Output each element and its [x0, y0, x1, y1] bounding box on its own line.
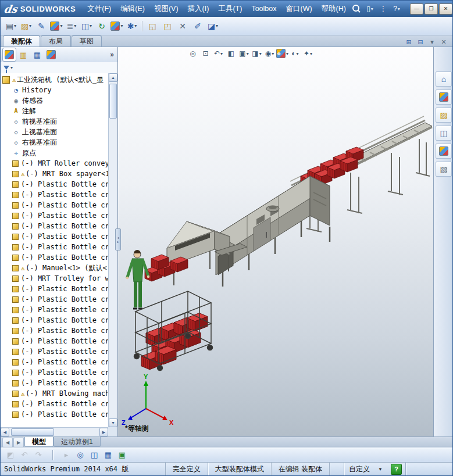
- tree-item[interactable]: ⚠ (-) Plastic Bottle crat: [1, 242, 108, 252]
- filter-caret-icon[interactable]: ▾: [10, 65, 13, 70]
- menu-item[interactable]: 文件(F): [83, 1, 116, 17]
- tree-item[interactable]: ⚠ (-) Plastic Bottle crat: [1, 399, 108, 409]
- tree-item[interactable]: ⚠ (-) Plastic Bottle crat: [1, 200, 108, 210]
- propertymanager-icon[interactable]: ▥: [17, 48, 30, 61]
- featuremanager-icon[interactable]: ▤: [3, 48, 16, 61]
- tree-item[interactable]: ⚠ (-) Plastic Bottle crat: [1, 284, 108, 294]
- sketch-icon[interactable]: ✱: [125, 19, 139, 33]
- scroll-left-icon[interactable]: ◀: [1, 428, 9, 436]
- tree-item[interactable]: ⚠ (-) Plastic Bottle crat: [1, 221, 108, 231]
- command-tab[interactable]: 装配体: [3, 35, 40, 46]
- maximize-button[interactable]: ❐: [425, 3, 438, 15]
- manager-overflow-button[interactable]: »: [110, 51, 117, 59]
- tile-view-icon[interactable]: ▦: [102, 449, 115, 461]
- tab-scroll-left-icon[interactable]: ◀: [2, 438, 13, 448]
- toolbar-icon[interactable]: [140, 20, 144, 33]
- close-document-icon[interactable]: ✕: [176, 19, 190, 33]
- tree-item[interactable]: ⚠ (-) Plastic Bottle crat: [1, 315, 108, 325]
- edit-component-icon[interactable]: ✐: [191, 19, 205, 33]
- help-icon[interactable]: ?: [391, 3, 402, 15]
- attach-file-icon[interactable]: ✎: [34, 19, 48, 33]
- menu-item[interactable]: Toolbox: [247, 1, 281, 17]
- view-orientation-icon[interactable]: ▣: [238, 48, 250, 59]
- custom-properties-icon[interactable]: ▧: [436, 162, 452, 177]
- menu-item[interactable]: 插入(I): [183, 1, 214, 17]
- view-setting-icon[interactable]: ✦: [302, 48, 314, 59]
- file-explorer-icon[interactable]: ▨: [436, 108, 452, 123]
- print-icon[interactable]: ≣: [65, 19, 79, 33]
- tree-item[interactable]: ⚠ (-) Plastic Bottle crat: [1, 305, 108, 315]
- snapshot-icon[interactable]: ◫: [80, 19, 94, 33]
- view-palette-icon[interactable]: ◫: [436, 126, 452, 141]
- toolbar-icon[interactable]: [46, 449, 59, 461]
- tree-item[interactable]: ⚠ (-) Plastic Bottle crat: [1, 357, 108, 367]
- tree-item[interactable]: ⚠ 原点: [1, 148, 108, 158]
- new-document-icon[interactable]: ▤: [4, 19, 18, 33]
- undo-view-icon[interactable]: ↶: [18, 449, 31, 461]
- scroll-down-icon[interactable]: ▼: [109, 418, 117, 427]
- account-icon[interactable]: ⋮: [377, 3, 389, 15]
- panel-splitter-handle[interactable]: ◂▸: [115, 228, 121, 250]
- study-tab[interactable]: 模型: [24, 437, 53, 447]
- close-button[interactable]: ✕: [439, 3, 452, 15]
- tree-item[interactable]: ⚠ (-) Plastic Bottle crat: [1, 294, 108, 305]
- command-tab[interactable]: 草图: [72, 35, 102, 46]
- display-style-icon[interactable]: ◨: [251, 48, 263, 59]
- tree-item[interactable]: ⚠ 传感器: [1, 95, 108, 106]
- tree-filter-bar[interactable]: ▾: [1, 62, 117, 74]
- tree-item[interactable]: ⚠ 工业洗箱机 (默认<默认_显: [1, 74, 108, 85]
- custom-toolbar-dropdown[interactable]: 自定义 ▼: [344, 463, 387, 475]
- select-icon[interactable]: ◩: [4, 449, 17, 461]
- bottle-crates-basket[interactable]: [141, 313, 208, 370]
- new-document-icon[interactable]: ▯: [364, 3, 376, 15]
- tree-item[interactable]: ⚠ (-) Plastic Bottle crat: [1, 231, 108, 242]
- menu-item[interactable]: 编辑(E): [116, 1, 149, 17]
- study-tab[interactable]: 运动算例1: [53, 437, 101, 447]
- scroll-up-icon[interactable]: ▲: [109, 73, 117, 82]
- menu-item[interactable]: 工具(T): [213, 1, 247, 17]
- tree-item[interactable]: ⚠ (-) MRT Blowing mach: [1, 388, 108, 399]
- new-window-icon[interactable]: ◱: [145, 19, 159, 33]
- tree-item[interactable]: ⚠ (-) Plastic Bottle crat: [1, 409, 108, 420]
- bottle-crates-infeed[interactable]: [145, 255, 188, 281]
- menu-item[interactable]: 视图(V): [149, 1, 183, 17]
- appearance-icon[interactable]: ◕: [110, 19, 124, 33]
- operator-figure[interactable]: [126, 250, 149, 309]
- zoom-window-icon[interactable]: ◎: [74, 449, 87, 461]
- tree-item[interactable]: ⚠ History: [1, 85, 108, 95]
- tree-item[interactable]: ⚠ (-) Plastic Bottle crat: [1, 210, 108, 221]
- collapse-commandmanager-icon[interactable]: ✕: [438, 37, 449, 46]
- tree-item[interactable]: ⚠ 前视基准面: [1, 116, 108, 127]
- tree-item[interactable]: ⚠ 上视基准面: [1, 127, 108, 137]
- tab-scroll-right-icon[interactable]: ▶: [13, 438, 24, 448]
- tree-item[interactable]: ⚠ (-) Plastic Bottle crat: [1, 189, 108, 200]
- play-icon[interactable]: ▸: [60, 449, 73, 461]
- tile-pane-icon[interactable]: ⊟: [415, 37, 426, 46]
- previous-view-icon[interactable]: ↶: [212, 48, 224, 59]
- screenshot-icon[interactable]: ◫: [88, 449, 101, 461]
- section-view-icon[interactable]: ◧: [225, 48, 237, 59]
- edit-appearance-icon[interactable]: ●: [276, 48, 288, 59]
- apply-scene-icon[interactable]: ◐: [289, 48, 301, 59]
- tree-item[interactable]: ⚠ (-) Plastic Bottle crat: [1, 252, 108, 263]
- washing-machine-body[interactable]: [216, 176, 330, 287]
- menu-item[interactable]: 帮助(H): [317, 1, 351, 17]
- tree-item[interactable]: ⚠ (-) Plastic Bottle crat: [1, 346, 108, 357]
- pin-commandmanager-icon[interactable]: ▾: [427, 37, 437, 46]
- tree-item[interactable]: ⚠ 注解: [1, 106, 108, 116]
- macro-icon[interactable]: ▣: [116, 449, 129, 461]
- tree-item[interactable]: ⚠ (-) Plastic Bottle crat: [1, 336, 108, 346]
- design-library-icon[interactable]: ▤: [436, 90, 452, 105]
- tree-item[interactable]: ⚠ (-) MRT Trolley for was: [1, 273, 108, 284]
- displaymanager-icon[interactable]: ◕: [45, 48, 58, 61]
- scroll-right-icon[interactable]: ▶: [99, 428, 108, 436]
- tree-item[interactable]: ⚠ (-) Plastic Bottle crat: [1, 179, 108, 189]
- tree-item[interactable]: ⚠ (-) Plastic Bottle crat: [1, 367, 108, 378]
- zoom-area-icon[interactable]: ⊡: [199, 48, 212, 59]
- redo-view-icon[interactable]: ↷: [32, 449, 45, 461]
- tree-item[interactable]: ⚠ (-) Plastic Bottle crat: [1, 325, 108, 336]
- tree-item[interactable]: ⚠ (-) MRT Box spayer<1: [1, 169, 108, 179]
- rebuild-icon[interactable]: ↻: [95, 19, 109, 33]
- quick-tips-icon[interactable]: ?: [391, 464, 402, 475]
- open-icon[interactable]: ▨: [19, 19, 33, 33]
